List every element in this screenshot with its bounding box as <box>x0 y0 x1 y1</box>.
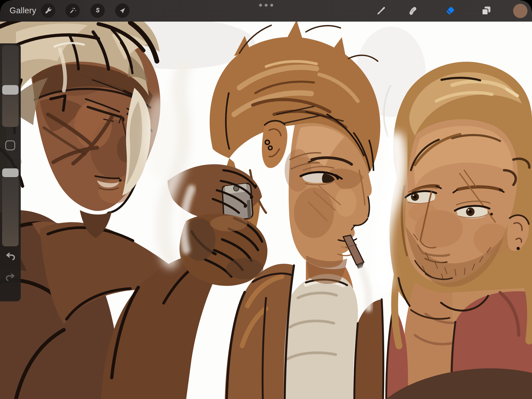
redo-button[interactable] <box>4 271 16 283</box>
modify-button[interactable] <box>5 140 15 150</box>
redo-icon <box>6 274 14 280</box>
transform-button[interactable] <box>115 3 130 18</box>
wrench-icon <box>44 6 52 15</box>
adjustments-button[interactable] <box>65 3 80 18</box>
top-toolbar: Gallery <box>0 0 532 22</box>
undo-icon <box>7 253 14 260</box>
smudge-tool-button[interactable] <box>404 3 420 19</box>
smudge-icon <box>406 5 418 16</box>
screen-corner-top-right <box>520 0 532 12</box>
transform-arrow-icon <box>118 6 127 15</box>
brush-size-handle[interactable] <box>2 85 19 95</box>
magic-wand-icon <box>68 6 77 15</box>
layers-icon <box>480 5 492 16</box>
brush-icon <box>375 5 387 16</box>
ellipsis-icon <box>259 4 262 7</box>
erase-tool-button[interactable] <box>442 3 458 19</box>
actions-button[interactable] <box>41 3 55 18</box>
undo-button[interactable] <box>4 250 16 263</box>
screen-corner-top-left <box>0 0 12 12</box>
eraser-icon <box>444 5 456 17</box>
canvas-sidebar <box>0 43 21 301</box>
ellipsis-icon <box>265 4 268 7</box>
opacity-slider[interactable] <box>2 168 19 246</box>
figure-right-blonde <box>386 62 532 399</box>
opacity-handle[interactable] <box>2 168 19 177</box>
canvas-options-button[interactable] <box>255 2 277 9</box>
paint-tool-button[interactable] <box>373 3 389 19</box>
selection-button[interactable] <box>90 3 105 18</box>
selection-s-icon <box>93 6 102 15</box>
gallery-button[interactable]: Gallery <box>10 0 36 21</box>
layers-button[interactable] <box>478 3 494 19</box>
ellipsis-icon <box>270 4 273 7</box>
procreate-window: Gallery <box>0 0 532 399</box>
canvas-artwork[interactable] <box>0 0 532 399</box>
gallery-label: Gallery <box>10 6 36 15</box>
